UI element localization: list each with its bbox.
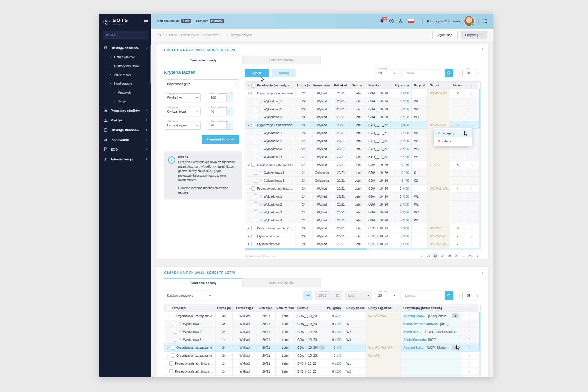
back-icon[interactable]: [157, 33, 161, 37]
report-bug-button[interactable]: Zgłoś błąd: [432, 31, 458, 39]
row-options-icon[interactable]: ⋮: [468, 338, 472, 342]
sidebar-item-eod[interactable]: eEOD: [99, 144, 151, 154]
drag-handle-icon[interactable]: [259, 139, 262, 142]
next-page-icon[interactable]: ›: [475, 293, 481, 298]
drag-handle-icon[interactable]: [179, 322, 182, 325]
row-checkbox[interactable]: [251, 186, 255, 191]
table-settings-button[interactable]: [303, 291, 312, 300]
sidebar-item-protokoły[interactable]: •Protokoły: [99, 88, 151, 97]
tab-tworzenie-obsady[interactable]: Tworzenie obsady: [164, 56, 242, 64]
drag-handle-icon[interactable]: [259, 203, 262, 206]
breadcrumb-item[interactable]: Bieżąca pozycja: [230, 33, 252, 37]
table-row[interactable]: Wykładowa 424Wykład20/21LetniBYD_I_10_20…: [245, 153, 480, 161]
table-row[interactable]: Etyka w biznesie24Wykład20/21LetniCHO_I_…: [245, 240, 480, 248]
row-expand-icon[interactable]: [167, 354, 169, 357]
row-options-icon[interactable]: ⋮: [470, 186, 474, 191]
drag-handle-icon[interactable]: [259, 171, 262, 174]
row-checkbox[interactable]: [169, 361, 173, 366]
row-checkbox[interactable]: [171, 346, 175, 350]
tab-tworzenie-obsady[interactable]: Tworzenie obsady: [164, 278, 242, 287]
sidebar-item-planowanie[interactable]: Planowanie: [99, 135, 151, 144]
row-expand-icon[interactable]: [247, 92, 250, 95]
page-03[interactable]: 03: [440, 253, 445, 259]
sidebar-item-lista-dydaktyk[interactable]: ▸Lista dydaktyk: [99, 53, 151, 61]
table-row[interactable]: Wykładowa 324Wykład20/21LetniGDA_I_10_20…: [245, 208, 480, 216]
row-options-icon[interactable]: ⋮: [468, 346, 472, 350]
row-checkbox[interactable]: [173, 322, 177, 326]
row-options-icon[interactable]: ⋮: [468, 322, 472, 326]
max-capacity-input-0[interactable]: Max. pojemność100⋮: [208, 93, 233, 102]
column-header-options[interactable]: ⋮: [461, 304, 478, 312]
page-ellipsis[interactable]: ...: [461, 253, 467, 259]
row-expand-icon[interactable]: [247, 235, 250, 238]
row-checkbox[interactable]: [254, 210, 258, 214]
lecturer-link[interactable]: Alicja Mazurska: [403, 338, 427, 341]
lecturer-link[interactable]: Andrzej Stelmach: [403, 346, 425, 349]
group-type-select-0[interactable]: Typ grupyWykładowa▾: [164, 93, 201, 102]
lecturer-link[interactable]: Kamil Banach: [403, 330, 423, 333]
tab-lista-przedmiotów[interactable]: Lista przedmiotów: [242, 278, 321, 287]
lecturer-link[interactable]: Andrzej Szarmach: [403, 314, 427, 318]
row-expand-icon[interactable]: [167, 346, 169, 349]
select-all-checkbox[interactable]: [251, 84, 255, 88]
page-04[interactable]: 04: [447, 253, 452, 259]
row-checkbox[interactable]: [173, 338, 177, 342]
save-button[interactable]: Zapisz: [245, 69, 269, 77]
table-row[interactable]: Wykładowa 424Wykład20/21LetniGDA_I_10_20…: [245, 216, 480, 224]
mass-actions-select[interactable]: Działania masowe ▾: [164, 291, 213, 300]
sidebar-item-programy-studiów[interactable]: Programy studiów: [99, 106, 151, 115]
panel1-kebab-icon[interactable]: ⋮: [481, 47, 485, 52]
table-row[interactable]: Wykładowa 135Wykład20/21LetniGDA_I_10_20…: [164, 320, 480, 328]
group-type-select-1[interactable]: Typ grupyĆwiczeniowa▾: [164, 107, 201, 116]
row-checkbox[interactable]: [251, 242, 255, 246]
search-button[interactable]: [445, 69, 453, 77]
table-row[interactable]: Organizacja i zarządzanie24Wykład20/21Le…: [245, 161, 480, 169]
row-checkbox[interactable]: [251, 163, 255, 167]
row-checkbox[interactable]: [254, 155, 258, 159]
tab-lista-przedmiotów[interactable]: Lista przedmiotów: [242, 56, 321, 64]
accept-menu-item[interactable]: ✓ akceptuj: [434, 129, 472, 137]
row-checkbox[interactable]: [254, 194, 258, 198]
search-button[interactable]: [445, 291, 453, 300]
table-row[interactable]: Postępowanie administracyjne24Wykład20/2…: [245, 224, 480, 232]
table-row[interactable]: Wykładowa 224Wykład20/21LetniGDA_I_10_20…: [164, 328, 480, 336]
row-expand-icon[interactable]: [247, 227, 250, 230]
row-checkbox[interactable]: [254, 107, 258, 111]
row-expand-icon[interactable]: [247, 243, 250, 246]
table-row[interactable]: Wykładowa 224Wykład20/21LetniGDA_I_10_20…: [245, 105, 480, 113]
drag-handle-icon[interactable]: [259, 100, 262, 103]
row-options-icon[interactable]: ⋮: [470, 163, 474, 167]
table-row[interactable]: Wykładowa 124Wykład20/21LetniGDA_I_10_20…: [245, 97, 480, 105]
max-capacity-input-2[interactable]: Max. pojemność20⋮: [208, 121, 233, 130]
row-expand-icon[interactable]: [247, 187, 250, 190]
table-row[interactable]: Wykładowa 124Wykład20/21LetniGDA_I_10_20…: [245, 193, 480, 201]
row-checkbox[interactable]: [169, 369, 173, 373]
row-checkbox[interactable]: [254, 179, 258, 183]
breadcrumb-item[interactable]: Dolor amet: [203, 33, 218, 37]
page-number-field[interactable]: Str. 05: [462, 69, 475, 77]
max-capacity-input-1[interactable]: Max. pojemność40⋮: [208, 107, 233, 116]
row-checkbox[interactable]: [254, 171, 258, 175]
sidebar-item-obsługa-studenta[interactable]: Obsługa studenta: [99, 43, 151, 53]
drag-handle-icon[interactable]: [259, 116, 262, 119]
breadcrumb-item[interactable]: Pulpit: [169, 33, 177, 37]
table-row[interactable]: Organizacja i zarządzanie24Wykład20/21Le…: [245, 89, 480, 97]
prev-page-icon[interactable]: ‹: [457, 293, 462, 298]
drag-handle-icon[interactable]: [259, 108, 262, 111]
sidebar-item-praktyki[interactable]: Praktyki: [99, 115, 151, 125]
row-checkbox[interactable]: [251, 91, 255, 95]
sidebar-search-input[interactable]: [106, 33, 146, 37]
table-row[interactable]: Postępowanie administracyjne24Wykład20/2…: [245, 185, 480, 193]
next-page-icon[interactable]: ›: [475, 71, 481, 75]
help-icon[interactable]: ?: [389, 19, 394, 24]
row-checkbox[interactable]: [254, 218, 258, 222]
drag-handle-icon[interactable]: [259, 211, 262, 214]
table-row[interactable]: Wykładowa 224Wykład20/21LetniGDA_I_10_20…: [245, 201, 480, 208]
row-options-icon[interactable]: ⋮: [468, 314, 472, 318]
year-filter-field[interactable]: Rok akad. 20/21: [315, 291, 342, 300]
sidebar-item-numery-albumów[interactable]: ▸Numery albumów: [99, 61, 151, 70]
menu-collapse-icon[interactable]: [144, 20, 148, 23]
row-checkbox[interactable]: [173, 330, 177, 334]
drag-handle-icon[interactable]: [259, 131, 262, 134]
sidebar-item-sesja[interactable]: •Sesja: [99, 97, 151, 106]
